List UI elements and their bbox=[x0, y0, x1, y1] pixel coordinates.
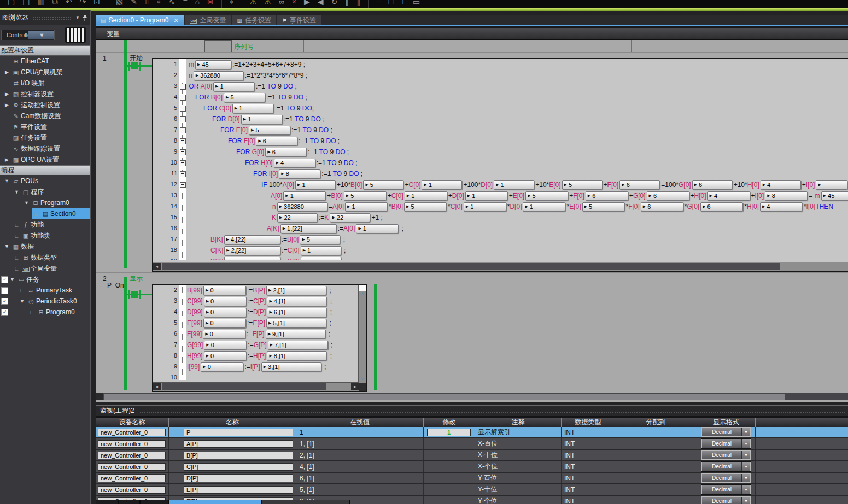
value-box[interactable]: ▶4 bbox=[761, 180, 801, 190]
value-box[interactable]: ▶1 bbox=[422, 180, 462, 190]
build-warning-icon[interactable]: ⚠ bbox=[250, 0, 257, 7]
value-box[interactable]: ▶1 bbox=[301, 246, 341, 255]
scrollbar-thumb[interactable] bbox=[169, 500, 262, 504]
link-icon[interactable]: ∞ bbox=[279, 0, 284, 7]
collapse-minus-icon[interactable] bbox=[180, 149, 186, 155]
format-dropdown[interactable]: Decimal▼ bbox=[701, 485, 751, 494]
st-line[interactable]: 8H[99]▶0:=H[P]▶8,[1] ; bbox=[153, 350, 359, 361]
rung-number[interactable]: 1 bbox=[103, 55, 107, 62]
scroll-down-icon[interactable]: ˅ bbox=[359, 376, 366, 382]
st-line[interactable]: 16A[K]▶1,[22]:=A[0]▶1 ; bbox=[153, 223, 848, 234]
tab-任务设置[interactable]: ▨任务设置 bbox=[232, 15, 276, 25]
device-name-field[interactable]: new_Controller_0 bbox=[98, 474, 166, 482]
value-box[interactable]: ▶6 bbox=[265, 148, 307, 157]
watch-column-header[interactable]: 设备名称 bbox=[96, 418, 169, 427]
st-horizontal-scrollbar[interactable]: ◂▸ bbox=[153, 382, 366, 391]
value-box[interactable]: ▶1,[22] bbox=[280, 224, 337, 233]
collapse-minus-icon[interactable] bbox=[180, 182, 186, 188]
value-box[interactable]: ▶362880 bbox=[194, 71, 244, 80]
st-line[interactable]: 12IF 100*A[0]▶1+10*B[0]▶5+C[0]▶1+100*D[0… bbox=[153, 179, 848, 190]
variable-name-field[interactable]: D[P] bbox=[184, 474, 293, 482]
scroll-up-icon[interactable]: ˄ bbox=[359, 291, 366, 297]
format-dropdown[interactable]: Decimal▼ bbox=[701, 439, 751, 448]
chevron-down-icon[interactable]: ▼ bbox=[741, 485, 750, 494]
rung-comment[interactable]: 显示 bbox=[130, 274, 143, 283]
sidebar-item[interactable]: ✓▼▭任务 bbox=[0, 274, 90, 285]
st-line[interactable]: 10FOR H[0]▶4:=1 TO 9 DO ; bbox=[153, 157, 848, 168]
sidebar-item[interactable]: ∿数据跟踪设置 bbox=[0, 143, 90, 154]
value-box[interactable]: ▶6 bbox=[692, 180, 733, 190]
watch-row[interactable]: new_Controller_0E[P]5, [1]Y-十位INTDecimal… bbox=[96, 484, 848, 496]
collapse-minus-icon[interactable] bbox=[180, 106, 186, 112]
value-box[interactable]: ▶8 bbox=[765, 191, 808, 201]
tab-全局变量[interactable]: var全局变量 bbox=[185, 15, 231, 25]
edit-icon[interactable]: ✎ bbox=[131, 0, 137, 7]
value-box[interactable]: ▶5 bbox=[224, 93, 265, 102]
config-section-header[interactable]: 配置和设置 bbox=[0, 45, 90, 56]
st-line[interactable]: 3FOR A[0]▶1:=1 TO 9 DO ; bbox=[153, 81, 848, 92]
new-project-icon[interactable]: ▢ bbox=[8, 0, 15, 7]
inline-st-box-rung1[interactable]: 1m▶45:=1+2+3+4+5+6+7+8+9 ;2n▶362880:=1*2… bbox=[152, 58, 848, 272]
help-icon[interactable]: ⊡ bbox=[93, 0, 100, 7]
st-line[interactable]: 7G[99]▶0:=G[P]▶7,[1] ; bbox=[153, 339, 359, 350]
format-dropdown[interactable]: Decimal▼ bbox=[701, 427, 751, 437]
value-box[interactable]: ▶4,[22] bbox=[224, 235, 280, 244]
list-icon[interactable]: ≡ bbox=[183, 0, 187, 7]
sidebar-item[interactable]: ∟ƒ功能 bbox=[0, 219, 90, 230]
st-line[interactable]: 9FOR G[0]▶6:=1 TO 9 DO ; bbox=[153, 146, 848, 157]
value-box[interactable]: ▶4 bbox=[274, 159, 315, 168]
watch-column-header[interactable]: 显示格式 bbox=[697, 418, 756, 427]
sidebar-item[interactable]: ▶⚙运动控制设置 bbox=[0, 99, 90, 110]
scrollbar-track[interactable] bbox=[262, 500, 350, 504]
value-box[interactable]: ▶0 bbox=[203, 319, 246, 328]
format-dropdown[interactable]: Decimal▼ bbox=[701, 496, 751, 504]
zoom-in-icon[interactable]: + bbox=[401, 0, 405, 7]
page-icon[interactable]: ▧ bbox=[116, 0, 123, 7]
value-box[interactable]: ▶8,[1] bbox=[267, 351, 327, 361]
device-name-field[interactable]: new_Controller_0 bbox=[98, 452, 166, 459]
variable-bar[interactable]: 变量 bbox=[96, 28, 848, 40]
modify-value-field[interactable]: 1 bbox=[427, 429, 471, 436]
value-box[interactable]: ▶0 bbox=[204, 351, 247, 361]
st-vertical-scrollbar[interactable]: ˄˅ bbox=[358, 285, 366, 383]
sidebar-item[interactable]: ✓∟⊟Program0 bbox=[0, 307, 90, 318]
st-line[interactable]: 4D[99]▶0:=D[P]▶6,[1] ; bbox=[153, 307, 359, 318]
st-line[interactable]: 15K▶22:=K▶22+1 ; bbox=[153, 212, 848, 223]
stop-icon[interactable]: ⊠ bbox=[207, 0, 214, 7]
device-name-field[interactable]: new_Controller_0 bbox=[98, 440, 166, 448]
tab-Section0 - Program0[interactable]: ▤Section0 - Program0✕ bbox=[96, 15, 184, 25]
controller-selector[interactable]: _Controller_0 ▼ bbox=[1, 30, 55, 40]
contact-on-square[interactable] bbox=[131, 62, 138, 69]
value-box[interactable]: ▶4 bbox=[707, 191, 750, 201]
collapse-arrow-icon[interactable]: ▼ bbox=[8, 277, 16, 282]
value-box[interactable]: ▶6 bbox=[647, 191, 689, 201]
undo-icon[interactable]: ↶ bbox=[66, 0, 72, 7]
sidebar-item[interactable]: ⚑事件设置 bbox=[0, 121, 90, 132]
scrollbar-thumb[interactable] bbox=[162, 263, 780, 270]
value-box[interactable]: ▶22 bbox=[277, 213, 318, 222]
value-box[interactable]: ▶5 bbox=[404, 202, 447, 212]
st-line[interactable]: 18C[K]▶2,[22]:=C[0]▶1 ; bbox=[153, 245, 848, 256]
value-box[interactable]: ▶ bbox=[301, 257, 341, 261]
chevron-down-icon[interactable]: ▼ bbox=[741, 497, 750, 504]
sidebar-item[interactable]: ✓▼◷PeriodicTask0 bbox=[0, 296, 90, 307]
watch-row[interactable]: new_Controller_0P11显示解索引INTDecimal▼ bbox=[96, 427, 848, 438]
st-line[interactable]: 2n▶362880:=1*2*3*4*5*6*7*8*9 ; bbox=[153, 70, 848, 81]
variable-name-field[interactable]: E[P] bbox=[184, 486, 293, 494]
expand-arrow-icon[interactable]: ▶ bbox=[3, 91, 11, 97]
value-box[interactable]: ▶5 bbox=[344, 191, 387, 201]
st-line[interactable]: 6FOR D[0]▶1:=1 TO 9 DO ; bbox=[153, 114, 848, 125]
watch-column-header[interactable]: 在线值 bbox=[296, 418, 424, 427]
sidebar-item[interactable]: ✎Cam数据设置 bbox=[0, 110, 90, 121]
variable-name-field[interactable]: B[P] bbox=[184, 452, 293, 459]
collapse-arrow-icon[interactable]: ▼ bbox=[22, 200, 31, 206]
task-checkbox[interactable] bbox=[1, 287, 8, 294]
value-box[interactable]: ▶6,[1] bbox=[267, 308, 327, 317]
chevron-down-icon[interactable]: ▼ bbox=[741, 428, 750, 436]
editor-horizontal-scrollbar[interactable] bbox=[96, 393, 848, 400]
scrollbar-track[interactable] bbox=[141, 500, 169, 504]
value-box[interactable]: ▶5 bbox=[562, 180, 603, 190]
st-line[interactable]: 10 bbox=[153, 372, 359, 380]
sidebar-item[interactable]: ∟▱PrimaryTask bbox=[0, 285, 90, 296]
variable-name-field[interactable]: A[P] bbox=[184, 440, 293, 448]
